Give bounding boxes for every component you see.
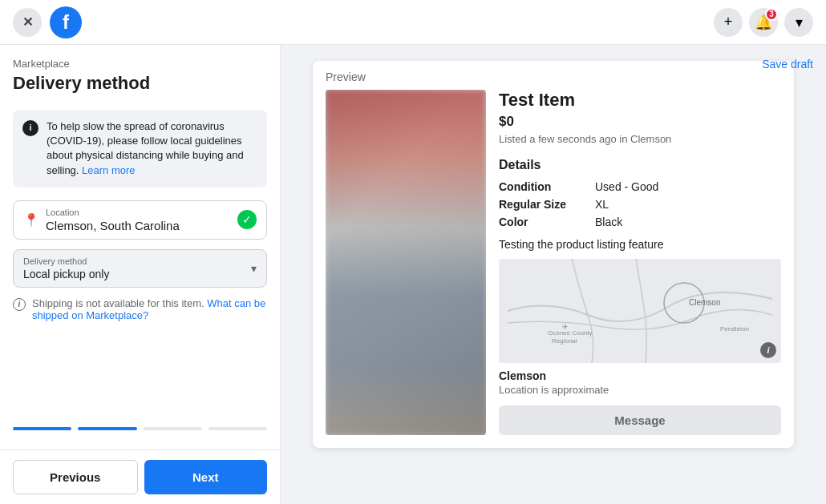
svg-text:Regional: Regional [552,337,577,345]
detail-key-color: Color [499,216,595,228]
delivery-method-field[interactable]: Delivery method Local pickup only ▾ [13,249,267,288]
detail-key-condition: Condition [499,180,595,193]
shipping-note-text: Shipping is not available for this item.… [32,297,267,321]
info-box: i To help slow the spread of coronavirus… [13,110,267,187]
delivery-value: Local pickup only [23,268,109,280]
notification-badge: 3 [765,8,778,21]
svg-text:Pendleton: Pendleton [720,325,749,333]
delivery-label: Delivery method [23,256,109,266]
left-content: Marketplace Delivery method Save draft i… [0,45,280,427]
item-listed: Listed a few seconds ago in Clemson [499,133,781,145]
location-pin-icon: 📍 [23,212,39,228]
plus-icon: + [724,14,733,30]
notification-button[interactable]: 🔔 3 [749,8,778,37]
message-button[interactable]: Message [499,405,781,435]
topbar: ✕ f + 🔔 3 ▾ [0,0,826,45]
preview-label: Preview [313,61,794,90]
map-location-name: Clemson [499,369,781,382]
preview-card: Preview Test Item $0 Listed a few second… [313,61,794,448]
detail-val-color: Black [595,216,622,228]
progress-segment-2 [78,427,136,430]
delivery-field-content: Delivery method Local pickup only [23,256,109,280]
map-location-sub: Location is approximate [499,384,781,396]
svg-text:Oconee County: Oconee County [548,329,593,337]
progress-bar [0,427,280,437]
location-field: 📍 Location Clemson, South Carolina ✓ [13,200,267,240]
svg-text:Clemson: Clemson [689,298,720,307]
location-field-content: Location Clemson, South Carolina [46,208,180,232]
product-image-blur [326,90,486,435]
close-button[interactable]: ✕ [13,8,42,37]
title-row: Marketplace Delivery method Save draft [13,58,267,97]
svg-text:✈: ✈ [562,323,569,331]
right-panel: Preview Test Item $0 Listed a few second… [281,45,826,504]
details-heading: Details [499,158,781,172]
dropdown-button[interactable]: ▾ [784,8,813,37]
preview-details: Test Item $0 Listed a few seconds ago in… [499,90,781,435]
preview-image [326,90,486,435]
add-button[interactable]: + [714,8,743,37]
topbar-right: + 🔔 3 ▾ [714,8,813,37]
shipping-note: i Shipping is not available for this ite… [13,297,267,321]
item-title: Test Item [499,90,781,111]
detail-condition: Condition Used - Good [499,180,781,193]
left-panel: Marketplace Delivery method Save draft i… [0,45,281,504]
info-icon: i [22,120,38,136]
info-circle-icon: i [13,298,26,311]
chevron-down-icon: ▾ [796,14,803,31]
progress-segment-4 [209,427,267,430]
detail-key-size: Regular Size [499,198,595,211]
title-area: Marketplace Delivery method [13,58,150,97]
breadcrumb: Marketplace [13,58,150,70]
page-title: Delivery method [13,73,150,94]
topbar-left: ✕ f [13,6,82,38]
location-check-icon: ✓ [237,210,257,229]
detail-color: Color Black [499,216,781,228]
chevron-down-icon: ▾ [251,262,257,275]
location-field-row: 📍 Location Clemson, South Carolina ✓ [23,208,257,232]
learn-more-link[interactable]: Learn more [82,164,135,176]
progress-segment-3 [144,427,202,430]
location-value: Clemson, South Carolina [46,219,180,232]
map-info-icon: i [760,342,776,358]
close-icon: ✕ [22,14,33,30]
next-button[interactable]: Next [144,460,268,494]
preview-content: Test Item $0 Listed a few seconds ago in… [313,90,794,448]
svg-rect-0 [508,259,772,363]
item-price: $0 [499,114,781,130]
map-svg: Clemson Oconee County Regional Pendleton… [499,259,781,363]
bottom-buttons: Previous Next [0,450,280,504]
location-label: Location [46,208,180,217]
info-text: To help slow the spread of coronavirus (… [47,119,257,178]
detail-size: Regular Size XL [499,198,781,211]
detail-val-condition: Used - Good [595,180,658,193]
detail-val-size: XL [595,198,609,211]
facebook-logo: f [50,6,82,38]
item-description: Testing the product listing feature [499,238,781,251]
progress-segment-1 [13,427,71,430]
map-area: Clemson Oconee County Regional Pendleton… [499,259,781,363]
previous-button[interactable]: Previous [13,460,138,494]
main-layout: Marketplace Delivery method Save draft i… [0,45,826,504]
